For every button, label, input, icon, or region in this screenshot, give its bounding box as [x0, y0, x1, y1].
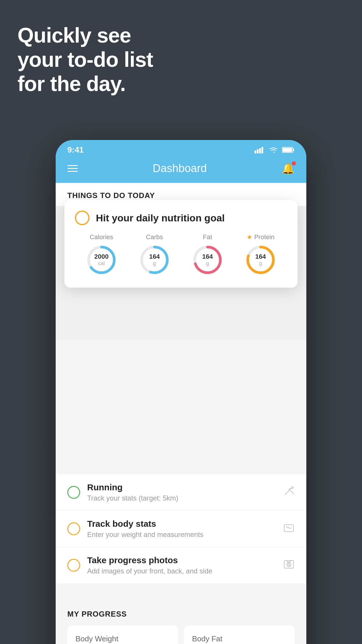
body-fat-title: Body Fat: [192, 634, 287, 643]
status-bar: 9:41: [56, 140, 306, 157]
running-icon: [283, 486, 295, 499]
svg-point-19: [288, 564, 290, 566]
todo-title-photos: Take progress photos: [87, 555, 276, 565]
photo-icon: [283, 558, 295, 572]
body-fat-card[interactable]: Body Fat 23 %: [184, 626, 295, 644]
signal-icon: [254, 146, 265, 153]
svg-rect-6: [282, 148, 292, 152]
svg-rect-2: [259, 148, 261, 153]
carbs-donut: 164 g: [138, 244, 171, 276]
svg-point-17: [287, 563, 291, 567]
todo-title-running: Running: [87, 482, 276, 492]
hero-line2: your to-do list: [17, 48, 153, 72]
hero-line3: for the day.: [17, 72, 153, 96]
star-icon: ★: [247, 233, 252, 241]
calories-donut: 2000 cal: [85, 244, 117, 276]
progress-label: MY PROGRESS: [67, 610, 295, 619]
nutrition-fat[interactable]: Fat 164 g: [191, 233, 224, 276]
svg-rect-5: [293, 149, 294, 151]
status-time: 9:41: [67, 145, 84, 155]
spacer: [56, 583, 306, 598]
check-circle[interactable]: [75, 211, 89, 225]
hero-text: Quickly see your to-do list for the day.: [17, 23, 153, 96]
protein-donut: 164 g: [245, 244, 277, 276]
svg-rect-18: [287, 561, 290, 562]
wifi-icon: [268, 146, 278, 153]
svg-rect-15: [284, 525, 294, 532]
nav-title: Dashboard: [153, 162, 207, 175]
hamburger-menu[interactable]: [67, 165, 78, 172]
svg-rect-16: [284, 561, 294, 568]
progress-cards: Body Weight 100 kg: [67, 626, 295, 644]
todo-item-running[interactable]: Running Track your stats (target: 5km): [56, 474, 306, 511]
phone-mockup: 9:41 D: [56, 140, 306, 644]
calories-value: 2000 cal: [94, 253, 109, 267]
todo-circle-body-stats: [67, 522, 80, 535]
todo-subtitle-photos: Add images of your front, back, and side: [87, 567, 276, 575]
nutrition-card-container: Hit your daily nutrition goal Calories 2: [56, 206, 306, 340]
notification-bell[interactable]: 🔔: [282, 162, 295, 175]
content-area: THINGS TO DO TODAY Hit your daily nutrit…: [56, 183, 306, 644]
todo-text-body-stats: Track body stats Enter your weight and m…: [87, 519, 276, 539]
todo-item-photos[interactable]: Take progress photos Add images of your …: [56, 547, 306, 583]
svg-rect-0: [254, 150, 256, 153]
card-header: Hit your daily nutrition goal: [75, 211, 287, 225]
carbs-label: Carbs: [146, 233, 163, 241]
protein-label: Protein: [254, 233, 275, 241]
protein-label-wrapper: ★ Protein: [247, 233, 275, 241]
carbs-value: 164 g: [149, 253, 160, 267]
todo-circle-running: [67, 486, 80, 499]
nutrition-calories[interactable]: Calories 2000 cal: [85, 233, 117, 276]
nutrition-card: Hit your daily nutrition goal Calories 2: [64, 200, 298, 288]
todo-subtitle-running: Track your stats (target: 5km): [87, 494, 276, 502]
nutrition-protein[interactable]: ★ Protein 164 g: [245, 233, 277, 276]
body-weight-title: Body Weight: [75, 634, 170, 643]
svg-rect-1: [257, 149, 259, 153]
card-title: Hit your daily nutrition goal: [96, 212, 225, 224]
notification-dot: [292, 161, 296, 165]
fat-value: 164 g: [202, 253, 213, 267]
todo-item-body-stats[interactable]: Track body stats Enter your weight and m…: [56, 511, 306, 547]
todo-circle-photos: [67, 559, 80, 572]
nutrition-circles: Calories 2000 cal: [75, 233, 287, 276]
todo-title-body-stats: Track body stats: [87, 519, 276, 529]
protein-value: 164 g: [255, 253, 266, 267]
status-icons: [254, 146, 295, 153]
todo-list: Running Track your stats (target: 5km) T…: [56, 474, 306, 583]
battery-icon: [282, 146, 295, 153]
todo-subtitle-body-stats: Enter your weight and measurements: [87, 531, 276, 539]
nutrition-carbs[interactable]: Carbs 164 g: [138, 233, 171, 276]
body-weight-card[interactable]: Body Weight 100 kg: [67, 626, 178, 644]
progress-section: MY PROGRESS Body Weight 100 kg: [56, 598, 306, 644]
nav-bar: Dashboard 🔔: [56, 157, 306, 183]
scale-icon: [283, 522, 295, 536]
fat-donut: 164 g: [191, 244, 224, 276]
things-label: THINGS TO DO TODAY: [67, 191, 155, 200]
hero-line1: Quickly see: [17, 23, 153, 48]
svg-rect-3: [261, 147, 263, 153]
calories-label: Calories: [90, 233, 113, 241]
todo-text-photos: Take progress photos Add images of your …: [87, 555, 276, 575]
todo-text-running: Running Track your stats (target: 5km): [87, 482, 276, 502]
fat-label: Fat: [203, 233, 212, 241]
